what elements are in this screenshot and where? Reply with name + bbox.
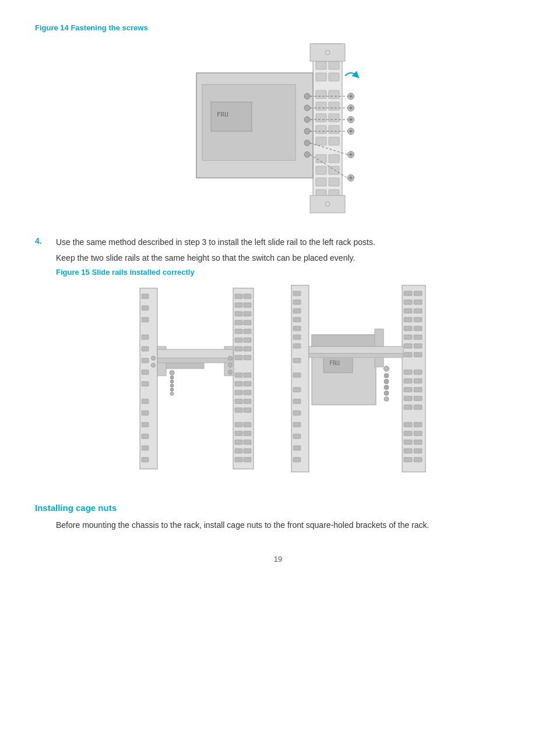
svg-rect-174 [414, 344, 422, 348]
svg-rect-98 [235, 338, 242, 342]
svg-rect-92 [235, 312, 242, 316]
svg-rect-119 [244, 440, 251, 444]
svg-rect-169 [404, 326, 412, 331]
svg-rect-77 [142, 457, 149, 462]
svg-rect-22 [329, 166, 339, 174]
svg-point-159 [384, 397, 389, 401]
figure14-caption: Figure 14 Fastening the screws [35, 23, 521, 32]
svg-rect-122 [235, 457, 242, 462]
svg-rect-196 [414, 457, 422, 462]
svg-rect-63 [140, 288, 157, 469]
svg-rect-64 [142, 294, 149, 299]
svg-rect-88 [235, 294, 242, 299]
svg-rect-75 [142, 434, 149, 439]
svg-rect-11 [316, 178, 326, 186]
svg-point-82 [170, 376, 174, 379]
step4-block: 4. Use the same method described in step… [35, 236, 521, 492]
svg-rect-91 [244, 303, 251, 307]
step4-content: Use the same method described in step 3 … [56, 236, 521, 492]
svg-rect-144 [293, 411, 301, 415]
svg-point-158 [384, 391, 389, 396]
svg-rect-150 [312, 335, 376, 346]
svg-point-156 [384, 379, 389, 384]
page: Figure 14 Fastening the screws [0, 0, 556, 756]
svg-point-128 [152, 363, 156, 368]
svg-rect-102 [235, 355, 242, 360]
svg-rect-120 [235, 449, 242, 453]
svg-rect-95 [244, 320, 251, 325]
svg-rect-93 [244, 312, 251, 316]
page-number: 19 [35, 555, 521, 564]
svg-rect-140 [293, 358, 301, 363]
svg-rect-73 [142, 411, 149, 415]
svg-rect-192 [414, 440, 422, 444]
svg-rect-101 [244, 346, 251, 351]
svg-rect-69 [142, 358, 149, 363]
svg-rect-176 [414, 352, 422, 357]
svg-rect-189 [404, 431, 412, 436]
svg-rect-162 [414, 291, 422, 296]
figure15-caption: Figure 15 Slide rails installed correctl… [56, 268, 521, 276]
svg-rect-123 [244, 457, 251, 462]
svg-point-154 [384, 366, 389, 372]
svg-rect-16 [329, 90, 339, 99]
svg-rect-97 [244, 329, 251, 334]
svg-rect-136 [293, 317, 301, 322]
svg-rect-147 [293, 446, 301, 450]
svg-rect-10 [316, 166, 326, 174]
svg-rect-134 [293, 300, 301, 304]
svg-rect-118 [235, 440, 242, 444]
svg-rect-166 [414, 309, 422, 313]
svg-rect-177 [404, 370, 412, 374]
cage-nuts-section: Installing cage nuts Before mounting the… [35, 503, 521, 531]
svg-rect-3 [316, 73, 326, 81]
svg-point-86 [170, 392, 174, 396]
svg-rect-184 [414, 396, 422, 401]
svg-point-155 [384, 373, 389, 378]
svg-rect-164 [414, 300, 422, 304]
svg-rect-5 [316, 102, 326, 110]
svg-rect-90 [235, 303, 242, 307]
svg-rect-113 [244, 408, 251, 412]
svg-rect-194 [414, 449, 422, 453]
svg-rect-179 [404, 379, 412, 383]
svg-point-29 [304, 93, 310, 99]
svg-point-130 [228, 363, 233, 368]
figure15-left-svg [137, 282, 271, 475]
svg-rect-15 [329, 73, 339, 81]
svg-rect-141 [293, 373, 301, 377]
figure15-right-svg: FRU [288, 282, 428, 475]
svg-rect-198 [309, 354, 403, 358]
svg-rect-161 [404, 291, 412, 296]
svg-rect-76 [142, 446, 149, 450]
svg-rect-106 [235, 382, 242, 386]
svg-rect-178 [414, 370, 422, 374]
figure15-image: FRU [56, 282, 521, 475]
svg-rect-165 [404, 309, 412, 313]
svg-rect-20 [329, 137, 339, 145]
svg-rect-170 [414, 326, 422, 331]
svg-rect-112 [235, 408, 242, 412]
svg-rect-61 [310, 195, 345, 213]
svg-point-30 [304, 105, 310, 111]
svg-rect-96 [235, 329, 242, 334]
figure15-block: Figure 15 Slide rails installed correctl… [56, 268, 521, 475]
svg-point-85 [170, 388, 174, 391]
svg-rect-107 [244, 382, 251, 386]
svg-rect-4 [316, 90, 326, 99]
svg-rect-138 [293, 335, 301, 340]
svg-rect-190 [414, 431, 422, 436]
svg-rect-72 [142, 399, 149, 404]
svg-rect-14 [329, 61, 339, 69]
svg-rect-186 [414, 405, 422, 410]
svg-rect-116 [235, 431, 242, 436]
figure15-container: FRU [137, 282, 440, 475]
svg-rect-2 [316, 61, 326, 69]
svg-text:FRU: FRU [329, 360, 340, 366]
svg-rect-6 [316, 114, 326, 122]
svg-rect-183 [404, 396, 412, 401]
cage-nuts-body: Before mounting the chassis to the rack,… [35, 519, 521, 531]
svg-rect-145 [293, 422, 301, 427]
svg-rect-19 [329, 125, 339, 134]
svg-rect-193 [404, 449, 412, 453]
